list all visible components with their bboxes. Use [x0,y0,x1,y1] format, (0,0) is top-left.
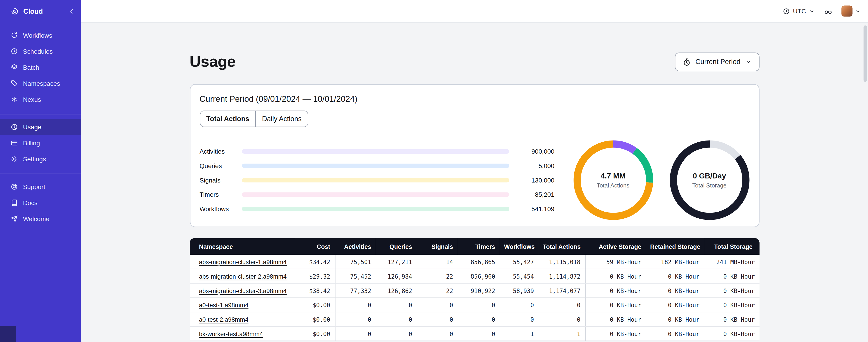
usage-icon [11,123,18,131]
sidebar-item-label: Schedules [23,48,53,55]
cell-timers: 910,922 [458,283,499,298]
billing-icon [11,139,18,147]
cell-signals: 0 [416,327,458,341]
cell-total-storage: 0 KB-Hour [704,312,759,327]
sidebar-item-billing[interactable]: Billing [0,135,81,151]
sidebar-item-label: Welcome [23,215,50,222]
namespace-link[interactable]: a0-test-2.a98mm4 [199,316,249,322]
usage-bar-chart: Activities900,000Queries5,000Signals130,… [199,144,554,216]
bar-row-queries: Queries5,000 [199,159,554,173]
batch-icon [11,63,18,71]
cell-signals: 0 [416,312,458,327]
chevron-left-icon[interactable] [68,8,75,15]
cell-timers: 0 [458,312,499,327]
sidebar-item-label: Workflows [23,32,52,38]
cell-active-storage: 59 MB-Hour [585,255,646,269]
bar-label: Signals [199,177,242,183]
period-selector-button[interactable]: Current Period [675,53,759,71]
bar-track [242,149,509,154]
cell-workflows: 55,427 [499,255,538,269]
sidebar-item-namespaces[interactable]: Namespaces [0,75,81,91]
column-header-total-storage: Total Storage [704,238,759,255]
sidebar-item-schedules[interactable]: Schedules [0,43,81,59]
cell-total-actions: 0 [538,312,585,327]
donut-center: 0 GB/DayTotal Storage [670,140,749,220]
cell-retained-storage: 0 KB-Hour [646,327,704,341]
namespace-link[interactable]: bk-worker-test.a98mm4 [199,330,263,337]
table-row: abs-migration-cluster-3.a98mm4$38.4277,3… [190,283,759,298]
namespace-link[interactable]: abs-migration-cluster-1.a98mm4 [199,258,287,265]
sidebar-nav: WorkflowsSchedulesBatchNamespacesNexusUs… [0,23,81,233]
app-window: Cloud WorkflowsSchedulesBatchNamespacesN… [0,0,868,342]
glasses-icon[interactable] [823,7,833,15]
namespace-link[interactable]: abs-migration-cluster-3.a98mm4 [199,287,287,294]
tab-daily-actions[interactable]: Daily Actions [255,111,308,127]
cell-timers: 856,865 [458,255,499,269]
sidebar-item-welcome[interactable]: Welcome [0,211,81,227]
cell-activities: 0 [335,312,375,327]
sidebar-item-settings[interactable]: Settings [0,151,81,167]
cell-active-storage: 0 KB-Hour [585,298,646,312]
table-row: a0-test-1.a98mm4$0.000000000 KB-Hour0 KB… [190,298,759,312]
table-row: bk-worker-test.a98mm4$0.000000110 KB-Hou… [190,327,759,341]
sidebar-item-usage[interactable]: Usage [0,119,81,135]
sidebar-section-0: WorkflowsSchedulesBatchNamespacesNexus [0,23,81,114]
page-title: Usage [190,53,236,71]
bar-value: 5,000 [516,163,554,169]
cell-total-storage: 0 KB-Hour [704,283,759,298]
usage-charts: Activities900,000Queries5,000Signals130,… [199,140,749,220]
period-selector-label: Current Period [695,58,740,66]
sidebar-logo-row[interactable]: Cloud [0,0,81,23]
page-scrollbar[interactable] [864,26,867,82]
bar-track [242,164,509,168]
bar-label: Timers [199,191,242,198]
bar-label: Workflows [199,206,242,212]
sidebar-section-1: UsageBillingSettings [0,114,81,174]
cell-activities: 75,452 [335,269,375,283]
cell-active-storage: 0 KB-Hour [585,327,646,341]
cell-queries: 0 [376,327,416,341]
namespace-link[interactable]: abs-migration-cluster-2.a98mm4 [199,273,287,279]
namespace-link[interactable]: a0-test-1.a98mm4 [199,302,249,308]
sidebar-item-support[interactable]: Support [0,178,81,195]
sidebar-item-nexus[interactable]: Nexus [0,91,81,107]
sidebar-item-label: Batch [23,64,39,70]
donut-value: 4.7 MM [600,172,625,180]
donut-label: Total Actions [597,182,629,189]
support-icon [11,183,18,190]
column-header-retained-storage: Retained Storage [646,238,704,255]
cell-timers: 0 [458,298,499,312]
cell-workflows: 0 [499,298,538,312]
cell-queries: 127,211 [376,255,416,269]
cell-workflows: 58,939 [499,283,538,298]
bar-track [242,193,509,197]
column-header-total-actions: Total Actions [538,238,585,255]
table-row: a0-test-2.a98mm4$0.000000000 KB-Hour0 KB… [190,312,759,327]
cell-queries: 126,984 [376,269,416,283]
content-column: Usage Current Period Current Period (09/… [190,23,759,341]
timezone-selector[interactable]: UTC [783,7,815,15]
cell-total-storage: 0 KB-Hour [704,298,759,312]
bar-row-timers: Timers85,201 [199,187,554,202]
sidebar-item-batch[interactable]: Batch [0,59,81,75]
sidebar-item-label: Usage [23,124,41,130]
schedules-icon [11,47,18,55]
tab-total-actions[interactable]: Total Actions [200,111,255,127]
cell-total-storage: 241 MB-Hour [704,255,759,269]
bar-track [242,178,509,182]
sidebar-item-workflows[interactable]: Workflows [0,27,81,43]
cell-queries: 0 [376,298,416,312]
column-header-queries: Queries [376,238,416,255]
column-header-cost: Cost [295,238,335,255]
bar-value: 85,201 [516,191,554,198]
total-storage-donut: 0 GB/DayTotal Storage [670,140,749,220]
account-menu[interactable] [841,6,861,17]
cell-activities: 75,501 [335,255,375,269]
cell-active-storage: 0 KB-Hour [585,283,646,298]
sidebar-item-label: Docs [23,199,37,206]
cell-activities: 0 [335,327,375,341]
cell-workflows: 1 [499,327,538,341]
donut-value: 0 GB/Day [693,172,726,180]
sidebar-item-docs[interactable]: Docs [0,195,81,210]
cell-total-actions: 1 [538,327,585,341]
